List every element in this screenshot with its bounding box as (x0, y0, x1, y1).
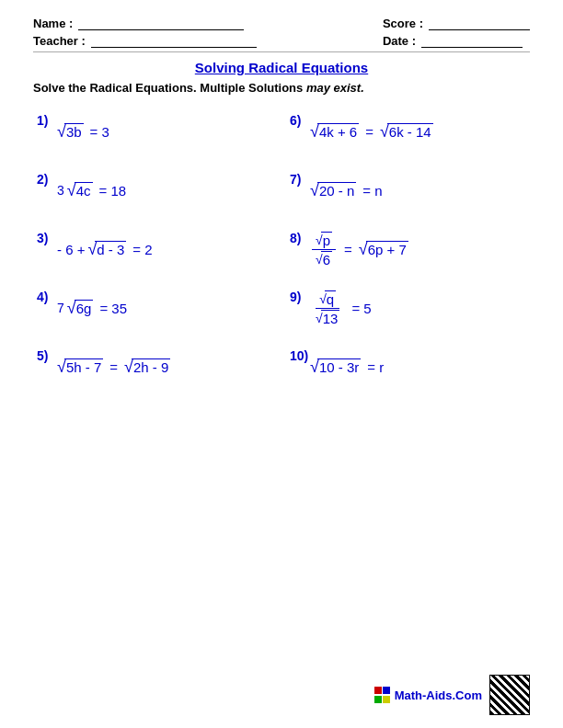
prob-expr-8: √p √6 = √6p + 7 (310, 232, 408, 267)
prob-expr-9: √q √13 = 5 (310, 290, 375, 326)
brand-logo: Math-Aids.Com (374, 687, 482, 703)
date-field (421, 35, 523, 48)
radical-5a: √5h - 7 (57, 358, 103, 375)
worksheet-page: Name : Teacher : Score : Date : Solving … (0, 0, 563, 728)
radical-3: √d - 3 (87, 241, 126, 257)
radical-8b: √6p + 7 (359, 241, 408, 257)
prob-num-6: 6) (290, 111, 310, 128)
problem-7: 7) √20 - n = n (286, 161, 530, 220)
prob-num-8: 8) (290, 229, 310, 245)
score-line: Score : (383, 17, 530, 30)
fraction-9: √q √13 (312, 290, 343, 326)
problem-9: 9) √q √13 = 5 (286, 279, 530, 337)
name-field (78, 17, 244, 30)
prob-expr-4: 7 √6g = 35 (57, 300, 131, 316)
radical-4: √6g (67, 300, 94, 316)
prob-expr-5: √5h - 7 = √2h - 9 (57, 358, 170, 375)
prob-expr-2: 3 √4c = 18 (57, 182, 130, 199)
header-left: Name : Teacher : (33, 17, 257, 48)
prob-num-1: 1) (37, 111, 57, 128)
header-right: Score : Date : (383, 17, 530, 48)
date-line: Date : (383, 34, 530, 48)
instructions: Solve the Radical Equations. Multiple So… (33, 81, 530, 95)
brand-name: Math-Aids.Com (395, 688, 482, 702)
problem-10: 10) √10 - 3r = r (286, 337, 530, 396)
prob-expr-3: - 6 + √d - 3 = 2 (57, 241, 156, 257)
radical-1: √3b (57, 123, 84, 140)
prob-num-5: 5) (37, 347, 57, 363)
problem-5: 5) √5h - 7 = √2h - 9 (33, 337, 277, 396)
prob-num-2: 2) (37, 170, 57, 187)
prob-expr-6: √4k + 6 = √6k - 14 (310, 123, 433, 140)
radical-5b: √2h - 9 (124, 358, 170, 375)
prob-num-7: 7) (290, 170, 310, 187)
problems-grid: 1) √3b = 3 6) √4k + 6 = √6k - 14 (33, 102, 530, 396)
fraction-8: √p √6 (312, 232, 336, 267)
logo-sq-green (374, 696, 382, 703)
teacher-field (91, 35, 257, 48)
problem-1: 1) √3b = 3 (33, 102, 277, 161)
name-label: Name : (33, 17, 73, 30)
logo-sq-blue (383, 687, 390, 694)
prob-num-3: 3) (37, 229, 57, 245)
radical-6b: √6k - 14 (380, 123, 433, 140)
header: Name : Teacher : Score : Date : (33, 17, 530, 48)
qr-code-icon (489, 675, 530, 715)
problem-8: 8) √p √6 = √6p + 7 (286, 220, 530, 279)
problem-3: 3) - 6 + √d - 3 = 2 (33, 220, 277, 279)
radical-10: √10 - 3r (310, 358, 361, 375)
prob-num-9: 9) (290, 288, 310, 304)
problem-2: 2) 3 √4c = 18 (33, 161, 277, 220)
date-label: Date : (383, 34, 416, 48)
prob-expr-1: √3b = 3 (57, 123, 113, 140)
radical-6a: √4k + 6 (310, 123, 359, 140)
logo-sq-yellow (383, 696, 390, 703)
prob-num-4: 4) (37, 288, 57, 304)
teacher-label: Teacher : (33, 34, 86, 48)
radical-2: √4c (67, 182, 93, 199)
name-line: Name : (33, 17, 257, 30)
logo-squares-icon (374, 687, 391, 703)
prob-expr-7: √20 - n = n (310, 182, 386, 199)
prob-expr-10: √10 - 3r = r (310, 358, 387, 375)
prob-num-10: 10) (290, 347, 310, 363)
score-label: Score : (383, 17, 423, 30)
problem-4: 4) 7 √6g = 35 (33, 279, 277, 337)
logo-sq-red (374, 687, 382, 694)
header-divider (33, 51, 530, 52)
page-title: Solving Radical Equations (33, 60, 530, 75)
problem-6: 6) √4k + 6 = √6k - 14 (286, 102, 530, 161)
teacher-line: Teacher : (33, 34, 257, 48)
score-field (429, 17, 530, 30)
footer: Math-Aids.Com (374, 675, 530, 715)
radical-7: √20 - n (310, 182, 356, 199)
